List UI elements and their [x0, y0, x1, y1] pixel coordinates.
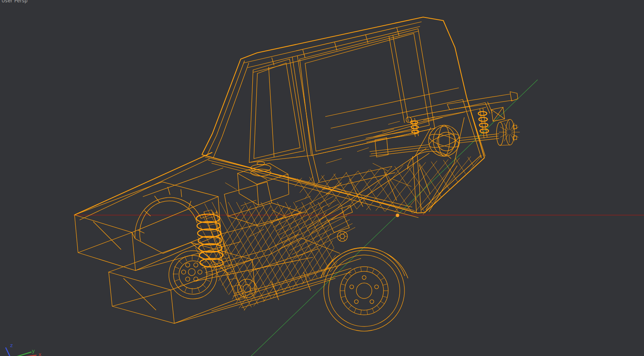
viewport-label: User Persp	[2, 0, 28, 3]
front-boxes	[75, 182, 361, 323]
misc-detail	[225, 117, 435, 249]
bed-floor-mesh	[248, 144, 582, 233]
grid-axes	[73, 80, 644, 356]
engine-block	[238, 162, 289, 205]
gizmo-y-axis	[11, 352, 31, 356]
axis-gizmo: z y x	[0, 329, 47, 356]
gizmo-z-label: z	[10, 342, 13, 348]
suspension-dense-mesh	[163, 202, 436, 326]
front-wheel-hub	[169, 251, 217, 299]
truck-wireframe-model[interactable]	[75, 17, 582, 331]
bed-frame	[212, 98, 485, 218]
object-origin-dot[interactable]	[396, 214, 399, 217]
blender-3d-viewport[interactable]: User Persp z y x	[0, 0, 644, 356]
coil-springs	[196, 112, 489, 267]
gizmo-y-label: y	[32, 348, 35, 354]
gizmo-x-label: x	[38, 351, 42, 356]
cab	[202, 17, 484, 226]
front-fender-arch	[132, 187, 217, 253]
gizmo-z-axis	[6, 348, 11, 356]
rear-wheel	[321, 248, 408, 331]
wheel-spokes	[173, 122, 520, 314]
viewport-canvas[interactable]	[0, 0, 644, 356]
